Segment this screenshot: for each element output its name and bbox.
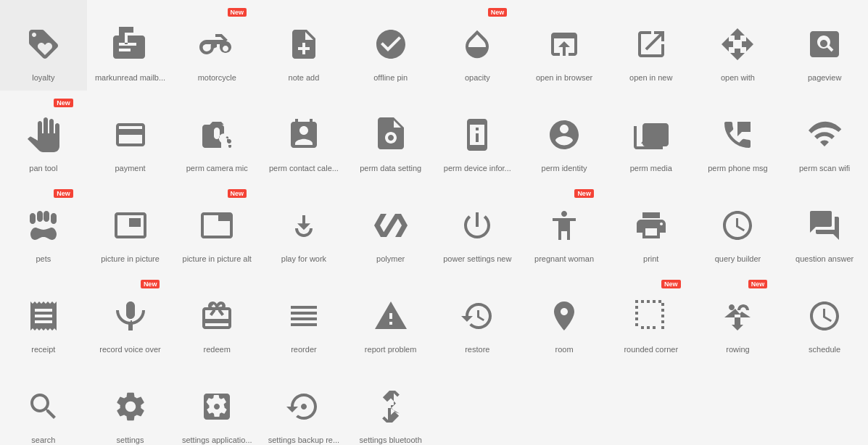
open-with-label: open with: [721, 72, 755, 83]
icon-cell-picture-in-picture[interactable]: picture in picture: [87, 181, 174, 272]
icon-cell-settings[interactable]: settings: [87, 362, 174, 445]
icon-cell-settings-backup-restore[interactable]: settings backup re...: [260, 362, 347, 445]
report-problem-icon: [373, 299, 408, 341]
icon-cell-print[interactable]: print: [608, 181, 695, 272]
new-badge: New: [488, 8, 508, 17]
icon-cell-record-voice-over[interactable]: Newrecord voice over: [87, 272, 174, 362]
icon-cell-open-with[interactable]: open with: [695, 0, 782, 91]
icon-cell-motorcycle[interactable]: Newmotorcycle: [173, 0, 260, 91]
loyalty-label: loyalty: [32, 72, 54, 83]
offline-pin-label: offline pin: [373, 72, 408, 83]
icon-cell-markunread-mailbox[interactable]: markunread mailb...: [87, 0, 174, 91]
icon-cell-perm-device-information[interactable]: perm device infor...: [434, 91, 521, 181]
question-answer-icon: [807, 208, 842, 251]
new-badge: New: [54, 189, 73, 198]
icon-cell-open-in-new[interactable]: open in new: [608, 0, 695, 91]
pregnant-woman-label: pregnant woman: [534, 254, 594, 264]
record-voice-over-icon: [113, 299, 148, 341]
opacity-icon: [460, 27, 495, 70]
icon-cell-perm-media[interactable]: perm media: [608, 91, 695, 181]
icon-cell-redeem[interactable]: redeem: [173, 272, 260, 362]
icon-cell-perm-camera-mic[interactable]: perm camera mic: [173, 91, 260, 181]
icon-cell-loyalty[interactable]: loyalty: [0, 0, 87, 91]
note-add-label: note add: [289, 72, 320, 83]
open-with-icon: [720, 27, 755, 70]
payment-label: payment: [115, 163, 145, 173]
query-builder-icon: [720, 208, 755, 251]
icon-cell-perm-scan-wifi[interactable]: perm scan wifi: [781, 91, 868, 181]
print-icon: [634, 208, 669, 251]
icon-cell-report-problem[interactable]: report problem: [347, 272, 434, 362]
icon-cell-settings-applications[interactable]: settings applicatio...: [173, 362, 260, 445]
perm-phone-msg-label: perm phone msg: [708, 163, 768, 173]
icon-cell-settings-bluetooth[interactable]: settings bluetooth: [347, 362, 434, 445]
icon-cell-room[interactable]: room: [521, 272, 608, 362]
icon-cell-rowing[interactable]: Newrowing: [695, 272, 782, 362]
icon-cell-picture-in-picture-alt[interactable]: Newpicture in picture alt: [173, 181, 260, 272]
rowing-label: rowing: [726, 344, 749, 354]
icon-cell-pan-tool[interactable]: Newpan tool: [0, 91, 87, 181]
loyalty-icon: [26, 27, 61, 70]
icon-cell-payment[interactable]: payment: [87, 91, 174, 181]
icon-cell-reorder[interactable]: reorder: [260, 272, 347, 362]
icon-cell-search[interactable]: search: [0, 362, 87, 445]
picture-in-picture-icon: [113, 208, 148, 251]
open-in-browser-label: open in browser: [536, 72, 592, 83]
schedule-label: schedule: [809, 344, 840, 354]
pregnant-woman-icon: [547, 208, 582, 251]
settings-bluetooth-icon: [373, 389, 408, 432]
settings-backup-restore-label: settings backup re...: [268, 435, 339, 445]
question-answer-label: question answer: [795, 254, 853, 264]
icon-cell-play-for-work[interactable]: play for work: [260, 181, 347, 272]
icon-cell-offline-pin[interactable]: offline pin: [347, 0, 434, 91]
new-badge: New: [661, 280, 681, 288]
picture-in-picture-alt-icon: [199, 208, 234, 251]
icon-cell-pageview[interactable]: pageview: [781, 0, 868, 91]
new-badge: New: [748, 280, 768, 288]
pets-label: pets: [36, 254, 51, 264]
icon-cell-perm-data-setting[interactable]: perm data setting: [347, 91, 434, 181]
icon-cell-query-builder[interactable]: query builder: [695, 181, 782, 272]
perm-device-information-label: perm device infor...: [444, 163, 511, 173]
icon-cell-restore[interactable]: restore: [434, 272, 521, 362]
perm-identity-label: perm identity: [542, 163, 587, 173]
settings-applications-icon: [199, 389, 234, 432]
settings-icon: [113, 389, 148, 432]
rounded-corner-icon: [634, 299, 669, 341]
schedule-icon: [807, 299, 842, 341]
perm-media-label: perm media: [630, 163, 672, 173]
open-in-new-label: open in new: [629, 72, 672, 83]
icon-cell-receipt[interactable]: receipt: [0, 272, 87, 362]
icon-cell-pets[interactable]: Newpets: [0, 181, 87, 272]
new-badge: New: [54, 99, 73, 107]
perm-contact-calendar-icon: [286, 117, 321, 160]
icon-cell-rounded-corner[interactable]: Newrounded corner: [608, 272, 695, 362]
icon-cell-note-add[interactable]: note add: [260, 0, 347, 91]
icon-cell-power-settings-new[interactable]: power settings new: [434, 181, 521, 272]
restore-label: restore: [465, 344, 489, 354]
redeem-label: redeem: [204, 344, 231, 354]
print-label: print: [643, 254, 658, 264]
search-label: search: [31, 435, 55, 445]
perm-data-setting-label: perm data setting: [360, 163, 421, 173]
receipt-icon: [26, 299, 61, 341]
redeem-icon: [199, 299, 234, 341]
perm-phone-msg-icon: [720, 117, 755, 160]
icon-cell-opacity[interactable]: Newopacity: [434, 0, 521, 91]
restore-icon: [460, 299, 495, 341]
icon-cell-polymer[interactable]: polymer: [347, 181, 434, 272]
receipt-label: receipt: [31, 344, 55, 354]
pageview-icon: [807, 27, 842, 70]
icon-cell-perm-contact-calendar[interactable]: perm contact cale...: [260, 91, 347, 181]
picture-in-picture-alt-label: picture in picture alt: [183, 254, 252, 264]
pageview-label: pageview: [808, 72, 841, 83]
icon-cell-perm-identity[interactable]: perm identity: [521, 91, 608, 181]
icon-cell-schedule[interactable]: schedule: [781, 272, 868, 362]
perm-device-information-icon: [460, 117, 495, 160]
icon-cell-pregnant-woman[interactable]: Newpregnant woman: [521, 181, 608, 272]
icon-cell-open-in-browser[interactable]: open in browser: [521, 0, 608, 91]
icon-cell-perm-phone-msg[interactable]: perm phone msg: [695, 91, 782, 181]
new-badge: New: [574, 189, 594, 198]
new-badge: New: [228, 8, 247, 17]
icon-cell-question-answer[interactable]: question answer: [781, 181, 868, 272]
